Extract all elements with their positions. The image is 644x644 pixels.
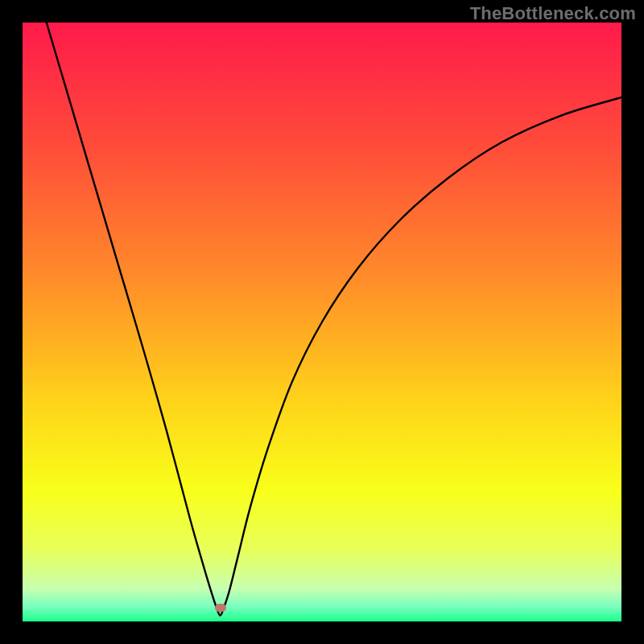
- plot-frame: [23, 23, 621, 621]
- bottleneck-chart: [23, 23, 621, 621]
- watermark-text: TheBottleneck.com: [470, 3, 636, 24]
- optimal-point-marker: [215, 604, 226, 612]
